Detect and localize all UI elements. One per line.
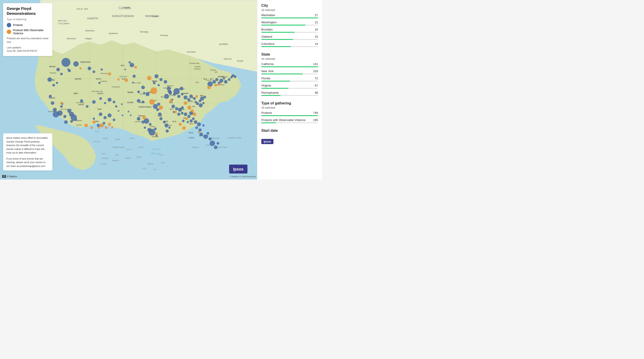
bar-header: Columbus 14: [261, 42, 318, 46]
ipsos-logo: Ipsos: [261, 139, 274, 144]
svg-point-216: [182, 120, 185, 122]
svg-text:La Paz: La Paz: [100, 163, 107, 165]
state-section: State All selected California 141 New Yo…: [261, 53, 318, 96]
svg-point-192: [181, 93, 184, 96]
svg-point-238: [149, 129, 156, 136]
svg-text:HID.: HID.: [153, 169, 157, 171]
bar-fill: [261, 88, 288, 89]
svg-point-256: [181, 112, 184, 115]
svg-point-198: [196, 102, 199, 105]
svg-text:Edmonton: Edmonton: [85, 30, 94, 32]
svg-point-265: [108, 72, 111, 76]
bar-header: California 141: [261, 62, 318, 66]
svg-point-183: [167, 87, 171, 91]
bar-value: 27: [315, 14, 318, 17]
bar-label: New York: [261, 70, 274, 73]
svg-point-248: [168, 127, 171, 129]
bar-item: Manhattan 27: [261, 14, 318, 18]
svg-point-178: [154, 74, 158, 78]
svg-text:GUE.: GUE.: [136, 156, 141, 158]
bar-item: Florida 72: [261, 77, 318, 82]
svg-text:Jackson: Jackson: [100, 80, 107, 82]
svg-point-173: [137, 91, 140, 93]
svg-point-191: [177, 95, 180, 98]
bar-label: Brooklyn: [261, 28, 273, 31]
svg-point-167: [97, 124, 100, 127]
type-section: Type of gathering All selected Protests …: [261, 101, 318, 123]
svg-text:GUE.: GUE.: [142, 167, 147, 169]
info-para2: If you know of any events that are missi…: [6, 157, 49, 168]
bar-value: 15: [315, 35, 318, 38]
bar-value: 67: [315, 84, 318, 87]
svg-point-204: [215, 78, 218, 81]
svg-point-247: [164, 124, 168, 128]
bar-item: Protests 749: [261, 111, 318, 116]
svg-point-270: [191, 109, 194, 113]
svg-text:N.M.: N.M.: [98, 108, 102, 110]
svg-point-297: [121, 103, 123, 105]
map-container[interactable]: BRITISH COLUMBIA ALBERTA SASKATCHEWAN MA…: [0, 0, 257, 180]
svg-text:Mexico: Mexico: [112, 159, 119, 162]
bar-track: [261, 66, 318, 67]
bar-value: 14: [315, 42, 318, 46]
svg-point-291: [198, 131, 200, 133]
svg-point-298: [118, 110, 119, 112]
svg-point-231: [216, 142, 219, 145]
svg-point-246: [163, 121, 166, 124]
svg-point-155: [86, 105, 88, 108]
svg-text:SON.: SON.: [103, 137, 108, 139]
svg-text:VA.: VA.: [192, 105, 196, 108]
svg-text:ILL.: ILL.: [161, 96, 164, 98]
svg-point-243: [156, 109, 159, 111]
bar-value: 195: [313, 118, 318, 122]
bar-label: Oakland: [261, 35, 272, 38]
bar-header: Manhattan 27: [261, 14, 318, 17]
svg-point-290: [186, 117, 188, 120]
svg-point-138: [51, 101, 54, 105]
svg-point-228: [208, 137, 212, 141]
svg-point-274: [195, 95, 198, 98]
svg-text:United States: United States: [138, 106, 151, 108]
svg-text:Salt Lake City: Salt Lake City: [92, 90, 102, 92]
bar-value: 48: [315, 91, 318, 94]
bar-track: [261, 32, 318, 33]
svg-text:KANS.: KANS.: [128, 101, 134, 104]
svg-point-142: [57, 111, 63, 116]
svg-point-285: [111, 126, 113, 128]
svg-point-229: [210, 141, 215, 146]
bar-fill: [261, 32, 295, 33]
svg-point-208: [224, 80, 228, 84]
svg-point-260: [134, 66, 137, 69]
svg-text:Cockburn Town: Cockburn Town: [228, 137, 242, 139]
bar-track: [261, 18, 318, 18]
svg-point-275: [207, 86, 211, 89]
svg-text:OHIO: OHIO: [184, 92, 188, 95]
svg-point-159: [108, 98, 112, 102]
svg-text:S.L.P.: S.L.P.: [126, 148, 132, 151]
svg-point-164: [108, 113, 112, 117]
bar-track: [261, 25, 318, 26]
svg-text:S.C.: S.C.: [190, 123, 194, 125]
svg-point-203: [212, 80, 216, 84]
bar-value: 72: [315, 77, 318, 80]
svg-text:FLA.: FLA.: [189, 132, 194, 134]
svg-point-134: [48, 77, 52, 82]
bar-label: California: [261, 62, 274, 66]
svg-point-194: [188, 98, 190, 101]
svg-text:Ottawa: Ottawa: [210, 69, 216, 71]
svg-text:Houston: Houston: [152, 136, 159, 138]
svg-point-236: [144, 127, 146, 129]
svg-text:Mexico: Mexico: [151, 152, 160, 155]
svg-point-249: [166, 130, 169, 133]
legend-item-protests: Protests: [7, 23, 49, 27]
type-bars: Protests 749 Protests with Observable Vi…: [261, 111, 318, 123]
svg-point-213: [184, 113, 188, 116]
svg-text:Fort St. John: Fort St. John: [76, 8, 88, 10]
svg-point-293: [62, 103, 64, 105]
svg-point-130: [56, 68, 60, 71]
svg-point-282: [100, 124, 104, 128]
svg-text:CHIH.: CHIH.: [114, 138, 120, 141]
legend-size-note: Protests are sized by estimated crowd si…: [7, 37, 49, 44]
svg-point-253: [181, 106, 184, 109]
svg-point-161: [115, 105, 117, 108]
